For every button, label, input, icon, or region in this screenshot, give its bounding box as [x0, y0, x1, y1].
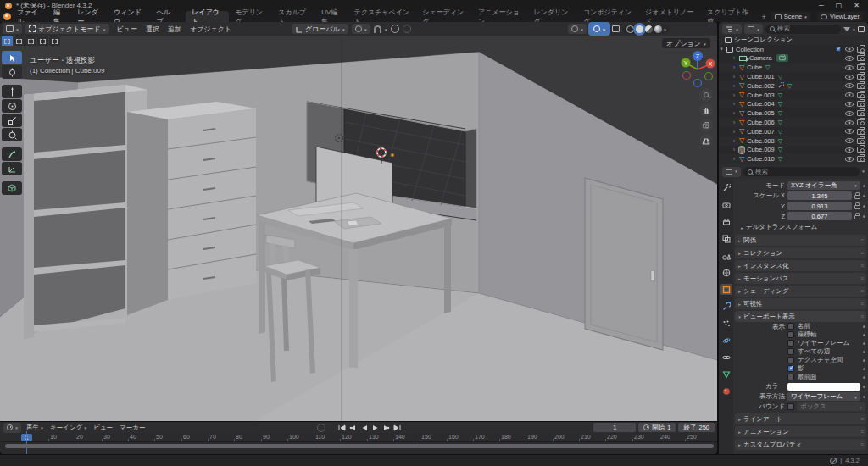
- menubar-item[interactable]: ヘルプ: [151, 11, 181, 22]
- menubar-item[interactable]: ウィンドウ: [108, 11, 150, 22]
- properties-filter-dropdown[interactable]: ▾: [862, 169, 865, 175]
- zoom-button[interactable]: [699, 88, 713, 102]
- menubar-item[interactable]: ファイル: [11, 11, 47, 22]
- viewport-menu-item[interactable]: 追加: [164, 25, 186, 34]
- properties-search-input[interactable]: 検索: [743, 167, 860, 176]
- render-visibility-icon[interactable]: [857, 47, 865, 53]
- chevron-right-icon[interactable]: ›: [732, 101, 737, 107]
- transform-orientation-selector[interactable]: グローバル ▾: [292, 24, 348, 34]
- checkbox[interactable]: [787, 374, 794, 380]
- scene-3d[interactable]: [0, 36, 717, 421]
- eye-icon[interactable]: [845, 157, 854, 162]
- mode-selector[interactable]: オブジェクトモード ▾: [25, 24, 109, 34]
- current-frame-field[interactable]: 1: [593, 423, 636, 432]
- render-visibility-icon[interactable]: [857, 83, 865, 89]
- animate-dot[interactable]: [863, 359, 865, 362]
- chevron-down-icon[interactable]: ▾: [719, 46, 724, 53]
- select-box-tool[interactable]: [2, 51, 22, 64]
- previous-keyframe-button[interactable]: [348, 423, 358, 432]
- eye-icon[interactable]: [845, 138, 854, 143]
- animate-dot[interactable]: [863, 386, 865, 388]
- outliner-item[interactable]: › ▽ Cube.006 ▽: [719, 118, 868, 127]
- viewport-menu-item[interactable]: オブジェクト: [186, 25, 236, 34]
- display-as-dropdown[interactable]: ワイヤーフレーム▾: [787, 392, 860, 401]
- select-mode-subtract[interactable]: [25, 36, 36, 46]
- collection-row[interactable]: ▾ Collection: [719, 45, 868, 54]
- workspace-tab[interactable]: テクスチャペイント: [348, 11, 417, 22]
- play-button[interactable]: [370, 423, 380, 432]
- proportional-falloff-dropdown[interactable]: [403, 25, 411, 33]
- panel-header[interactable]: ▸カスタムプロパティ≡: [735, 439, 866, 450]
- door[interactable]: [585, 178, 663, 350]
- bounds-dropdown[interactable]: ボックス▾: [797, 402, 865, 411]
- wireframe-shading-button[interactable]: [626, 25, 634, 33]
- solid-shading-button[interactable]: [636, 25, 643, 33]
- panel-header[interactable]: ▸可視性≡: [735, 298, 866, 309]
- outliner-editor-selector[interactable]: ▾: [722, 24, 742, 34]
- tab-world[interactable]: [720, 267, 732, 278]
- display-check-row[interactable]: ワイヤーフレーム: [733, 339, 868, 347]
- start-frame-field[interactable]: 開始 1: [638, 423, 676, 432]
- outliner-item[interactable]: › ▽ Cube.001 ▽: [719, 72, 868, 81]
- pivot-point-selector[interactable]: ▾: [352, 24, 370, 34]
- tab-scene[interactable]: [720, 250, 732, 261]
- jump-to-end-button[interactable]: [392, 423, 402, 432]
- select-mode-invert[interactable]: [37, 36, 48, 46]
- timeline-editor-selector[interactable]: ▾: [3, 423, 21, 433]
- maximize-button[interactable]: ▢: [836, 2, 843, 9]
- render-visibility-icon[interactable]: [857, 74, 865, 80]
- animate-dot[interactable]: [863, 185, 865, 187]
- bounds-checkbox[interactable]: [787, 403, 794, 410]
- panel-header[interactable]: ▸アニメーション≡: [735, 426, 866, 437]
- outliner-item[interactable]: › ▽ Cube.004 ▽: [719, 100, 868, 109]
- display-check-row[interactable]: テクスチャ空間: [733, 356, 868, 364]
- show-gizmo-dropdown[interactable]: ▾: [568, 24, 587, 34]
- select-mode-new[interactable]: [2, 36, 13, 46]
- eye-icon[interactable]: [845, 92, 854, 97]
- properties-editor-selector[interactable]: ▾: [722, 167, 741, 177]
- display-check-row[interactable]: 影: [733, 364, 868, 373]
- eye-icon[interactable]: [845, 65, 854, 70]
- render-visibility-icon[interactable]: [857, 138, 865, 144]
- select-mode-intersect[interactable]: [49, 36, 60, 46]
- animate-dot[interactable]: [863, 376, 865, 379]
- blender-menu-icon[interactable]: [3, 13, 11, 20]
- select-mode-extend[interactable]: [14, 36, 25, 46]
- xray-toggle[interactable]: [612, 25, 620, 32]
- render-visibility-icon[interactable]: [857, 92, 865, 98]
- workspace-tab[interactable]: スクリプト作成: [701, 11, 756, 22]
- panel-header[interactable]: ▸関係≡: [735, 235, 866, 246]
- checkbox[interactable]: [787, 348, 794, 355]
- play-reverse-button[interactable]: [359, 423, 369, 432]
- chevron-right-icon[interactable]: ›: [732, 138, 737, 144]
- render-visibility-icon[interactable]: [857, 101, 865, 107]
- viewlayer-selector[interactable]: ViewLayer: [817, 12, 863, 21]
- timeline-scrollbar[interactable]: [5, 444, 714, 448]
- chevron-right-icon[interactable]: ›: [732, 110, 737, 116]
- workspace-tab[interactable]: シェーディング: [416, 11, 472, 22]
- chevron-right-icon[interactable]: ›: [732, 64, 737, 70]
- tab-particles[interactable]: [720, 318, 732, 329]
- timeline-menu-item[interactable]: キーイング▾: [47, 424, 90, 432]
- tab-physics[interactable]: [720, 335, 732, 346]
- display-check-row[interactable]: 最前面: [733, 373, 868, 381]
- viewport-display-panel-header[interactable]: ▾ビューポート表示≡: [735, 311, 866, 322]
- outliner-item[interactable]: › ▽ Cube.007 ▽: [719, 127, 868, 136]
- dresser[interactable]: [127, 102, 256, 315]
- animate-dot[interactable]: [863, 205, 865, 208]
- lock-icon[interactable]: [854, 215, 860, 219]
- show-overlays-dropdown[interactable]: ▾: [590, 24, 609, 34]
- checkbox[interactable]: [787, 365, 794, 372]
- axis-gizmo[interactable]: Z Y X: [678, 49, 717, 88]
- outliner-item[interactable]: › ▽ Camera ▽: [719, 54, 868, 64]
- annotate-tool[interactable]: [2, 147, 22, 161]
- tab-modifiers[interactable]: [720, 301, 732, 312]
- editor-type-selector[interactable]: ▾: [3, 24, 22, 34]
- workspace-tab[interactable]: モデリング: [229, 11, 272, 22]
- panel-header[interactable]: ▸ラインアート≡: [735, 413, 866, 424]
- outliner-search-input[interactable]: 検索: [765, 25, 841, 34]
- viewport-canvas[interactable]: ユーザー・透視投影 (1) Collection | Cube.009 オプショ…: [0, 36, 717, 421]
- chevron-right-icon[interactable]: ›: [732, 74, 737, 80]
- scale-x-field[interactable]: 1.345: [787, 191, 852, 200]
- panel-header[interactable]: ▸シェーディング≡: [735, 286, 866, 297]
